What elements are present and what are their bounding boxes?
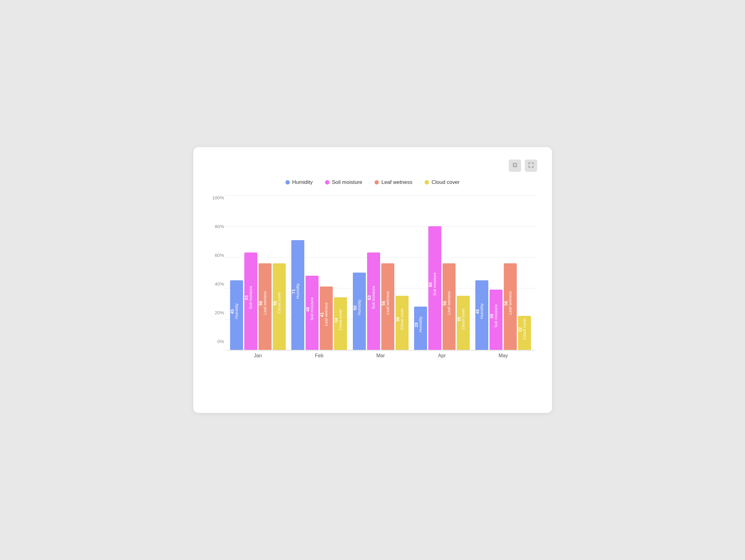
legend-label-soil-moisture: Soil moisture — [332, 179, 362, 185]
export-button[interactable] — [509, 160, 521, 172]
bar-group-jan: 45Humidity63Soil moisture56Leaf wetness5… — [227, 252, 289, 350]
legend-label-leaf-wetness: Leaf wetness — [381, 179, 412, 185]
bar-wrap: 71Humidity — [291, 240, 304, 350]
bar-label-wrap: 34Cloud cover — [334, 295, 347, 347]
bar-series-name: Soil moisture — [371, 286, 376, 309]
bar-series-name: Cloud cover — [277, 292, 281, 313]
bar-humidity: 71Humidity — [291, 240, 304, 350]
bar-series-name: Leaf wetness — [263, 291, 267, 315]
bar-soil-moisture: 63Soil moisture — [367, 252, 380, 350]
bar-soil-moisture: 63Soil moisture — [244, 252, 257, 350]
x-axis: JanFebMarAprMay — [224, 353, 537, 358]
grid-line — [224, 257, 537, 257]
bar-series-name: Cloud cover — [338, 309, 342, 330]
bar-cloud-cover: 35Cloud cover — [457, 296, 470, 350]
bar-leaf-wetness: 41Leaf wetness — [320, 286, 333, 350]
x-label-may: May — [473, 353, 534, 358]
bar-wrap: 63Soil moisture — [367, 252, 380, 350]
fullscreen-button[interactable] — [525, 160, 537, 172]
bar-number: 56 — [273, 301, 277, 306]
x-label-mar: Mar — [350, 353, 411, 358]
bar-leaf-wetness: 56Leaf wetness — [259, 263, 271, 350]
bar-group-may: 45Humidity39Soil moisture56Leaf wetness2… — [473, 263, 534, 350]
bar-number: 80 — [428, 282, 433, 287]
legend-item-humidity: Humidity — [286, 179, 313, 185]
x-label-apr: Apr — [411, 353, 473, 358]
bar-label-wrap: 71Humidity — [291, 238, 304, 347]
bar-humidity: 45Humidity — [230, 280, 243, 350]
bar-number: 71 — [291, 289, 296, 294]
x-label-feb: Feb — [289, 353, 350, 358]
bar-wrap: 39Soil moisture — [490, 289, 503, 350]
bar-wrap: 80Soil moisture — [428, 226, 441, 350]
y-axis: 100%80%60%40%20%0% — [208, 195, 224, 358]
bar-label-wrap: 45Humidity — [230, 278, 243, 347]
bar-leaf-wetness: 56Leaf wetness — [443, 263, 456, 350]
bar-wrap: 56Leaf wetness — [443, 263, 456, 350]
bar-wrap: 34Cloud cover — [334, 297, 347, 350]
legend-dot-cloud-cover — [425, 180, 429, 184]
bar-series-name: Leaf wetness — [447, 291, 451, 315]
y-label: 60% — [215, 253, 224, 257]
legend: Humidity Soil moisture Leaf wetness Clou… — [208, 179, 537, 185]
bar-label-wrap: 35Cloud cover — [457, 293, 470, 347]
bar-series-name: Soil moisture — [433, 273, 437, 296]
bar-cloud-cover: 34Cloud cover — [334, 297, 347, 350]
bar-number: 34 — [334, 318, 338, 323]
bar-number: 28 — [414, 322, 418, 327]
fullscreen-icon — [528, 162, 534, 170]
header-icons — [509, 160, 537, 172]
bar-wrap: 56Cloud cover — [273, 263, 286, 350]
bar-cloud-cover: 22Cloud cover — [518, 316, 531, 350]
y-label: 100% — [212, 195, 224, 200]
bar-wrap: 45Humidity — [230, 280, 243, 350]
legend-dot-humidity — [286, 180, 290, 184]
chart-body: 45Humidity63Soil moisture56Leaf wetness5… — [224, 195, 537, 358]
legend-item-soil-moisture: Soil moisture — [325, 179, 362, 185]
legend-item-leaf-wetness: Leaf wetness — [375, 179, 412, 185]
bar-label-wrap: 45Humidity — [475, 278, 488, 347]
bar-number: 35 — [457, 317, 461, 322]
bar-label-wrap: 63Soil moisture — [367, 250, 380, 347]
bar-label-wrap: 48Soil moisture — [305, 273, 319, 347]
bar-label-wrap: 28Humidity — [414, 304, 427, 347]
grid-line — [224, 195, 537, 196]
bar-wrap: 56Leaf wetness — [259, 263, 271, 350]
bar-label-wrap: 56Leaf wetness — [259, 261, 271, 347]
bar-group-mar: 50Humidity63Soil moisture56Leaf wetness3… — [350, 252, 411, 350]
export-icon — [512, 162, 518, 170]
bar-series-name: Soil moisture — [310, 297, 314, 320]
bar-wrap: 50Humidity — [353, 273, 366, 350]
bar-label-wrap: 35Cloud cover — [395, 293, 409, 347]
y-label: 0% — [218, 339, 224, 344]
bar-wrap: 56Leaf wetness — [504, 263, 517, 350]
bar-label-wrap: 56Leaf wetness — [381, 261, 394, 347]
bar-series-name: Cloud cover — [522, 318, 526, 340]
x-label-jan: Jan — [227, 353, 289, 358]
bar-wrap: 28Humidity — [414, 307, 427, 350]
bar-wrap: 63Soil moisture — [244, 252, 257, 350]
bar-number: 48 — [305, 307, 310, 312]
bar-number: 56 — [259, 301, 263, 306]
bar-humidity: 45Humidity — [475, 280, 488, 350]
bar-series-name: Humidity — [480, 304, 484, 319]
bar-group-feb: 71Humidity48Soil moisture41Leaf wetness3… — [289, 240, 350, 350]
bar-number: 63 — [367, 295, 371, 301]
bar-soil-moisture: 39Soil moisture — [490, 289, 503, 350]
bar-humidity: 28Humidity — [414, 307, 427, 350]
bar-label-wrap: 56Leaf wetness — [443, 261, 456, 347]
chart-card: Humidity Soil moisture Leaf wetness Clou… — [193, 147, 552, 413]
bar-cloud-cover: 56Cloud cover — [273, 263, 286, 350]
bar-series-name: Humidity — [418, 316, 422, 332]
legend-dot-leaf-wetness — [375, 180, 379, 184]
legend-dot-soil-moisture — [325, 180, 329, 184]
chart-area: 100%80%60%40%20%0% 45Humidity63Soil mois… — [208, 195, 537, 358]
bar-label-wrap: 80Soil moisture — [428, 224, 441, 347]
bar-label-wrap: 56Leaf wetness — [504, 261, 517, 347]
bar-number: 56 — [443, 301, 447, 306]
bar-series-name: Humidity — [296, 283, 300, 299]
bar-soil-moisture: 80Soil moisture — [428, 226, 441, 350]
bar-wrap: 45Humidity — [475, 280, 488, 350]
bar-number: 35 — [395, 317, 400, 322]
bar-number: 45 — [230, 309, 234, 314]
